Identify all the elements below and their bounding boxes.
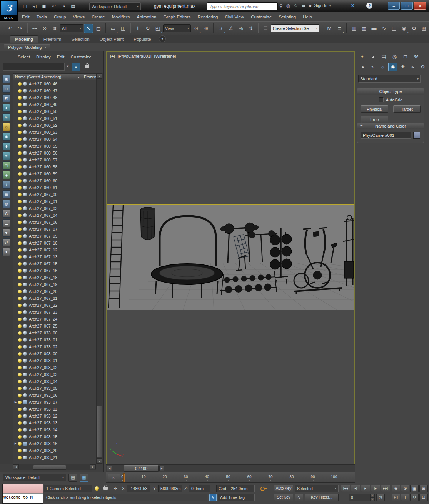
open-file-icon[interactable]: ◱: [30, 2, 39, 10]
communication-center-icon[interactable]: ◍: [286, 3, 290, 8]
listener-pane[interactable]: Welcome to M: [3, 494, 43, 503]
visibility-bulb-icon[interactable]: [18, 138, 22, 141]
menu-create[interactable]: Create: [88, 13, 109, 20]
add-time-tag-field[interactable]: Add Time Tag: [218, 494, 255, 501]
maximize-viewport-icon[interactable]: ⊡: [419, 494, 428, 501]
render-setup-icon[interactable]: ⚙: [409, 24, 419, 33]
menu-help[interactable]: Help: [299, 13, 315, 20]
frozen-column-header[interactable]: Frozen: [82, 75, 97, 79]
visibility-bulb-icon[interactable]: [18, 421, 22, 425]
scene-explorer-row[interactable]: Arch27_060_49: [13, 101, 96, 108]
scene-explorer-row[interactable]: Arch27_067_23: [13, 309, 96, 316]
visibility-bulb-icon[interactable]: [18, 414, 22, 418]
scene-explorer-row[interactable]: Arch27_067_00: [13, 191, 96, 198]
scene-explorer-row[interactable]: Arch27_073_02: [13, 343, 96, 350]
scene-explorer-row[interactable]: Arch27_093_01: [13, 357, 96, 364]
scene-explorer-row[interactable]: Arch27_060_53: [13, 129, 96, 136]
visibility-bulb-icon[interactable]: [18, 241, 22, 245]
x-coordinate-field[interactable]: -14861.53: [127, 485, 150, 492]
explorer-lock-button[interactable]: [83, 63, 91, 70]
perspective-viewport[interactable]: [+] [PhysCamera001] [Wireframe]: [106, 51, 355, 464]
scene-explorer-row[interactable]: Arch27_093_21: [13, 454, 96, 461]
scene-explorer-row[interactable]: Arch27_067_10: [13, 240, 96, 246]
current-frame-field[interactable]: 0: [349, 494, 370, 501]
menu-group[interactable]: Group: [50, 13, 70, 20]
scene-explorer-row[interactable]: Arch27_067_25: [13, 323, 96, 329]
application-logo[interactable]: 3 MAX: [0, 0, 18, 21]
visibility-bulb-icon[interactable]: [18, 117, 22, 120]
curve-editor-icon[interactable]: ∿: [379, 24, 389, 33]
display-materials-icon[interactable]: ◍: [2, 200, 10, 208]
visibility-bulb-icon[interactable]: [18, 283, 22, 286]
display-bones-icon[interactable]: ≀: [2, 181, 10, 189]
vertical-scrollbar[interactable]: ▲ ▼: [96, 73, 103, 464]
scene-explorer-row[interactable]: Arch27_060_57: [13, 156, 96, 163]
scene-explorer-row[interactable]: Arch27_060_47: [13, 87, 96, 94]
menu-edit[interactable]: Edit: [18, 13, 33, 20]
scene-explorer-row[interactable]: Arch27_093_13: [13, 419, 96, 426]
display-containers-icon[interactable]: ▦: [2, 190, 10, 198]
systems-category[interactable]: ⚙: [418, 63, 427, 71]
visibility-bulb-icon[interactable]: [18, 207, 22, 210]
viewport-pov-menu[interactable]: [PhysCamera001]: [118, 54, 152, 58]
select-and-manipulate-icon[interactable]: ⊕: [202, 24, 211, 33]
visibility-bulb-icon[interactable]: [18, 151, 22, 155]
frame-spinner[interactable]: ▲▼: [370, 494, 375, 501]
zoom-all-icon[interactable]: ⊛: [401, 485, 409, 492]
visibility-bulb-icon[interactable]: [18, 179, 22, 183]
next-frame-arrow-icon[interactable]: ▶: [159, 466, 164, 471]
isolate-selection-bulb-icon[interactable]: [95, 486, 99, 491]
object-type-rollout-header[interactable]: − Object Type: [357, 88, 424, 95]
bind-to-space-warp-icon[interactable]: ≋: [50, 24, 59, 33]
sign-in-button[interactable]: ☻ Sign In ▾: [308, 3, 331, 8]
visibility-bulb-icon[interactable]: [18, 89, 22, 93]
display-shapes-icon[interactable]: ∿: [2, 113, 10, 121]
scene-explorer-row[interactable]: ▶Arch27_093_16: [13, 440, 96, 447]
material-editor-icon[interactable]: ◉▾: [399, 24, 409, 33]
scene-explorer-row[interactable]: Arch27_067_01: [13, 198, 96, 205]
toggle-ribbon-icon[interactable]: ▬: [369, 24, 379, 33]
scene-explorer-row[interactable]: Arch27_060_58: [13, 163, 96, 170]
rendered-frame-window-icon[interactable]: ▧: [419, 24, 429, 33]
sort-hierarchy-icon[interactable]: ☰: [2, 219, 10, 227]
track-bar[interactable]: ∿ 0102030405060708090100: [106, 472, 355, 483]
close-button[interactable]: ✕: [414, 2, 426, 10]
time-slider[interactable]: ◀ 0 / 100 ▶: [106, 464, 355, 472]
infocenter-x-icon[interactable]: X: [351, 3, 354, 8]
ribbon-tab-object-paint[interactable]: Object Paint: [95, 36, 129, 43]
align-icon[interactable]: ≡▾: [335, 24, 344, 33]
scene-explorer-row[interactable]: Arch27_067_12: [13, 246, 96, 253]
menu-civil-view[interactable]: Civil View: [221, 13, 247, 20]
visibility-bulb-icon[interactable]: [18, 449, 22, 452]
scene-explorer-search-box[interactable]: [3, 63, 65, 71]
scene-explorer-row[interactable]: ▶Arch27_093_07: [13, 399, 96, 406]
key-filters-button[interactable]: Key Filters...: [305, 494, 339, 501]
name-column-header[interactable]: Name (Sorted Ascending) ▲: [13, 74, 82, 80]
scene-explorer-row[interactable]: Arch27_060_56: [13, 150, 96, 156]
display-geometry-icon[interactable]: ●: [2, 104, 10, 112]
scene-explorer-row[interactable]: Arch27_067_24: [13, 316, 96, 323]
visibility-bulb-icon[interactable]: [18, 131, 22, 134]
scroll-right-icon[interactable]: ▶: [90, 464, 96, 469]
scene-explorer-row[interactable]: Arch27_093_11: [13, 406, 96, 413]
undo-icon[interactable]: ↶: [50, 2, 58, 10]
time-slider-handle[interactable]: 0 / 100: [124, 465, 159, 472]
cameras-category[interactable]: ◉: [388, 63, 397, 71]
clear-search-icon[interactable]: ✕: [66, 64, 69, 69]
menu-animation[interactable]: Animation: [133, 13, 160, 20]
scene-explorer-row[interactable]: Arch27_067_18: [13, 274, 96, 281]
mirror-icon[interactable]: M: [325, 24, 334, 33]
time-tag-icon[interactable]: ✎: [209, 494, 217, 501]
scene-explorer-row[interactable]: Arch27_093_00: [13, 350, 96, 357]
scene-explorer-row[interactable]: Arch27_093_02: [13, 364, 96, 371]
reference-coordinate-dropdown[interactable]: View▾: [163, 24, 191, 32]
time-configuration-icon[interactable]: ◷: [376, 494, 385, 501]
scene-explorer-search-input[interactable]: [3, 64, 67, 71]
camera-safe-frame[interactable]: [107, 204, 354, 310]
scene-explorer-row[interactable]: Arch27_067_15: [13, 260, 96, 267]
menu-rendering[interactable]: Rendering: [194, 13, 221, 20]
display-helpers-icon[interactable]: ✚: [2, 142, 10, 150]
select-and-link-icon[interactable]: ⊶: [30, 24, 39, 33]
space-warps-category[interactable]: ≈: [408, 63, 417, 71]
visibility-bulb-icon[interactable]: [18, 435, 22, 439]
